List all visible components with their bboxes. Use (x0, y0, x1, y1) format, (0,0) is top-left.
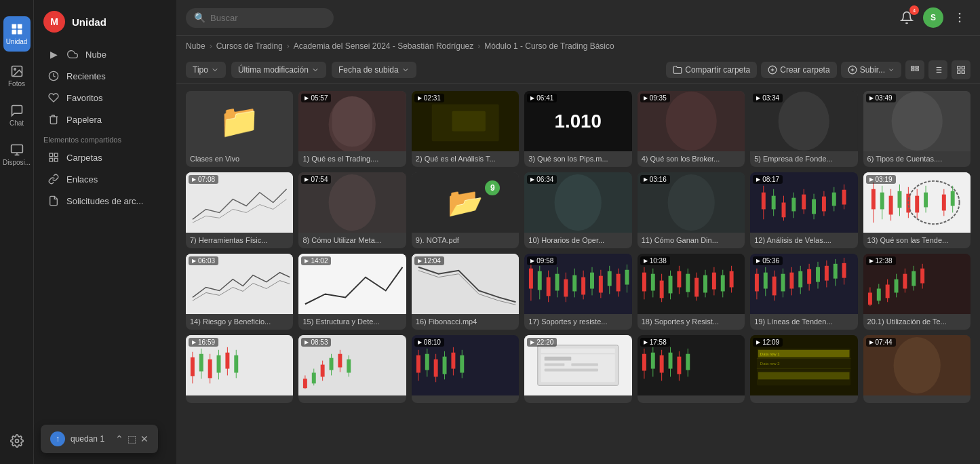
video-15[interactable]: ▶14:02 15) Estructura y Dete... (298, 254, 406, 330)
video-17[interactable]: ▶09:58 17) Soportes y resiste... (524, 254, 631, 330)
notifications-button[interactable]: 4 (896, 7, 918, 28)
video-22[interactable]: ▶08:53 (298, 335, 406, 403)
video-19[interactable]: ▶05:36 19) Líneas de Tenden... (750, 254, 857, 330)
sidebar-item-solicitudes[interactable]: Solicitudes de arc... (38, 190, 172, 212)
sidebar-item-recientes-label: Recientes (66, 71, 106, 81)
notif-window-button[interactable]: ⬚ (128, 433, 136, 444)
list-view-button[interactable] (928, 60, 947, 79)
video-16[interactable]: ▶12:04 16) Fibonacci.mp4 (412, 254, 519, 330)
video-21[interactable]: ▶16:59 (186, 335, 293, 403)
svg-rect-132 (659, 281, 663, 298)
svg-point-54 (329, 174, 376, 231)
video-1[interactable]: ▶05:57 1) Qué es el Trading.... (298, 91, 406, 167)
svg-rect-125 (625, 270, 629, 285)
compartir-carpeta-button[interactable]: Compartir carpeta (666, 62, 757, 78)
search-icon: 🔍 (194, 12, 205, 23)
video-21-label (186, 395, 293, 403)
user-avatar[interactable]: S (923, 7, 943, 28)
notif-expand-button[interactable]: ⌃ (115, 433, 123, 444)
filter-tipo-button[interactable]: Tipo (186, 62, 226, 78)
video-7[interactable]: ▶07:08 7) Herramientas Físic... (186, 172, 293, 248)
svg-rect-13 (50, 158, 53, 161)
svg-rect-169 (834, 264, 838, 279)
subir-button[interactable]: Subir... (841, 62, 901, 78)
svg-rect-24 (912, 66, 914, 68)
svg-rect-144 (712, 273, 716, 290)
sidebar-item-nube[interactable]: ▶ Nube (38, 43, 172, 65)
svg-rect-178 (885, 285, 889, 298)
svg-rect-240 (659, 355, 663, 373)
svg-point-51 (891, 92, 942, 151)
svg-rect-215 (416, 355, 420, 373)
video-3[interactable]: 1.010 ▶06:41 3) Qué son los Pips.m... (524, 91, 631, 167)
sidebar-item-nube-label: Nube (85, 50, 106, 60)
search-input[interactable] (186, 8, 334, 28)
svg-rect-77 (842, 190, 846, 205)
video-18[interactable]: ▶10:38 18) Soportes y Resist... (638, 254, 745, 330)
filter-ultima-mod-button[interactable]: Última modificación (231, 62, 326, 78)
svg-rect-174 (868, 293, 872, 305)
svg-rect-206 (321, 365, 325, 377)
svg-rect-236 (642, 354, 646, 371)
video-12[interactable]: ▶08:17 12) Análisis de Velas.... (750, 172, 857, 248)
svg-rect-176 (876, 289, 880, 301)
duration-badge-2: ▶02:31 (414, 94, 444, 102)
svg-rect-153 (764, 273, 768, 289)
sidebar-item-carpetas[interactable]: Carpetas (38, 147, 172, 168)
crear-carpeta-button[interactable]: Crear carpeta (761, 62, 836, 78)
duration-badge-14: ▶06:03 (189, 256, 218, 265)
video-11[interactable]: ▶03:16 11) Cómo Ganan Din... (638, 172, 745, 248)
video-10[interactable]: ▶06:34 10) Horarios de Oper... (524, 172, 631, 248)
svg-rect-140 (694, 278, 699, 297)
sidebar-item-papelera[interactable]: Papelera (38, 109, 172, 130)
video-6[interactable]: ▶03:49 6) Tipos de Cuentas.... (863, 91, 971, 167)
video-5[interactable]: ▶03:34 5) Empresa de Fonde... (750, 91, 857, 167)
duration-badge-27: ▶07:44 (866, 338, 896, 347)
video-23[interactable]: ▶08:10 (412, 335, 519, 403)
breadcrumb-nube[interactable]: Nube (186, 41, 205, 51)
nav-fotos[interactable]: Fotos (3, 58, 31, 94)
svg-rect-244 (677, 357, 681, 374)
video-26[interactable]: Data row 1 Data row 2 ▶12:09 (750, 335, 857, 403)
notif-close-button[interactable]: ✕ (140, 433, 149, 444)
breadcrumb-modulo[interactable]: Módulo 1 - Curso de Trading Básico (484, 41, 614, 51)
breadcrumb-academia[interactable]: Academia del Sensei 2024 - Sebastián Rod… (294, 41, 474, 51)
video-25[interactable]: ▶17:58 (638, 335, 745, 403)
svg-text:Data row 1: Data row 1 (760, 352, 780, 356)
breadcrumb-cursos[interactable]: Cursos de Trading (216, 41, 283, 51)
nav-unidad[interactable]: Unidad (3, 16, 31, 52)
video-2[interactable]: ▶02:31 2) Qué es el Análisis T... (412, 91, 519, 167)
pdf-9[interactable]: 📂 9 9). NOTA.pdf (412, 172, 519, 248)
video-24[interactable]: ▶22:20 (524, 335, 631, 403)
svg-text:1.010: 1.010 (555, 111, 602, 132)
folder-clases-en-vivo[interactable]: 📁 Clases en Vivo (186, 91, 293, 167)
video-27[interactable]: ▶07:44 (863, 335, 971, 403)
svg-rect-27 (916, 69, 918, 71)
video-20[interactable]: ▶12:38 20.1) Utilización de Te... (863, 254, 971, 330)
nav-chat[interactable]: Chat (3, 98, 31, 133)
svg-rect-80 (871, 189, 875, 210)
more-options-button[interactable] (949, 7, 971, 28)
svg-rect-6 (11, 145, 22, 153)
filter-fecha-subida-button[interactable]: Fecha de subida (332, 62, 416, 78)
video-3-label: 3) Qué son los Pips.m... (524, 151, 631, 167)
duration-badge-24: ▶22:20 (527, 338, 557, 347)
nav-settings[interactable] (3, 423, 31, 459)
video-14[interactable]: ▶06:03 14) Riesgo y Beneficio... (186, 254, 293, 330)
video-4[interactable]: ▶09:35 4) Qué son los Broker... (638, 91, 745, 167)
svg-point-58 (667, 174, 714, 231)
video-13[interactable]: ▶03:19 13) Qué son las Tende... (863, 172, 971, 248)
arrow-right-icon: ▶ (47, 48, 60, 60)
nav-dispositivos[interactable]: Disposi... (3, 137, 31, 172)
svg-rect-26 (912, 69, 914, 71)
sidebar-item-enlaces[interactable]: Enlaces (38, 168, 172, 190)
video-8[interactable]: ▶07:54 8) Cómo Utilizar Meta... (298, 172, 406, 248)
sidebar-item-recientes[interactable]: Recientes (38, 65, 172, 87)
sidebar-item-solicitudes-label: Solicitudes de arc... (66, 196, 143, 206)
video-16-label: 16) Fibonacci.mp4 (412, 314, 519, 330)
svg-rect-208 (330, 358, 334, 370)
grid-view-button[interactable] (952, 60, 971, 79)
view-icon-button[interactable] (905, 60, 924, 79)
sidebar-item-favoritos[interactable]: Favoritos (38, 87, 172, 109)
video-19-label: 19) Líneas de Tenden... (750, 314, 857, 330)
